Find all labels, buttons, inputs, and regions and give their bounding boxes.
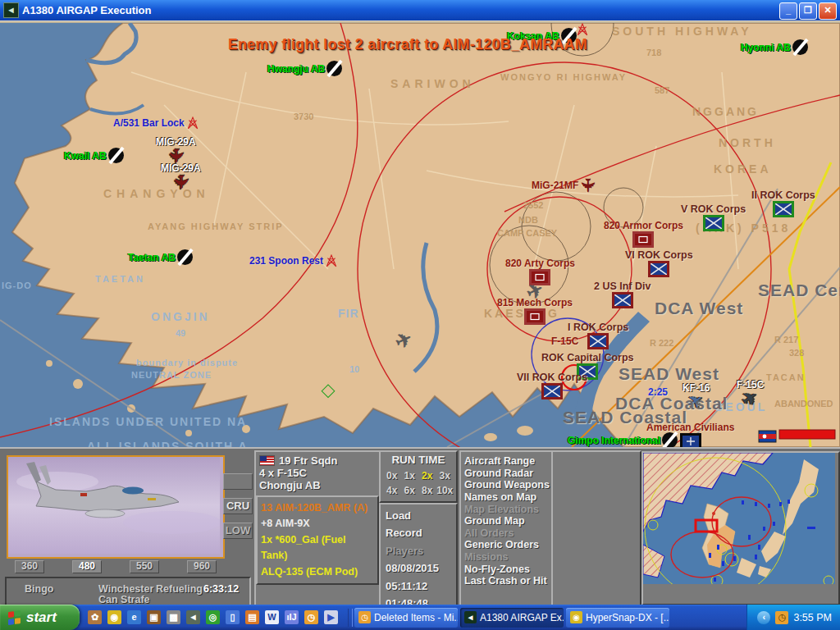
- task-button-0[interactable]: ◷Deleted Items - Mi...: [354, 608, 458, 628]
- option-aircraft-range[interactable]: Aircraft Range: [464, 455, 553, 468]
- altitude-button-low[interactable]: LOW: [223, 523, 253, 539]
- option-names-on-map[interactable]: Names on Map: [464, 491, 553, 504]
- chart-text: IG-DO: [2, 281, 32, 290]
- restore-button[interactable]: ❐: [799, 2, 817, 20]
- label-v-rok-corps[interactable]: V ROK Corps: [681, 203, 746, 231]
- label-mig21mf[interactable]: MiG-21MF✈: [532, 177, 596, 194]
- time-compression-4x[interactable]: 4x: [383, 483, 401, 498]
- map-view[interactable]: Enemy flight lost 2 aircraft to AIM-120B…: [0, 23, 840, 447]
- loadout-item[interactable]: 13 AIM-120B_AMR (A): [261, 500, 374, 516]
- loadout-item[interactable]: +8 AIM-9X: [261, 516, 374, 532]
- show-desktop-icon[interactable]: ▩: [167, 610, 180, 624]
- speed-button-480[interactable]: 480: [72, 560, 102, 573]
- paint-icon[interactable]: ✿: [88, 610, 102, 624]
- option-map-elevations[interactable]: Map Elevations: [464, 504, 553, 516]
- runtime-load-button[interactable]: Load: [386, 507, 451, 524]
- zone-sead-west-text: SEAD West: [619, 364, 719, 384]
- package-icon[interactable]: ▣: [147, 610, 161, 624]
- chart-text: NDB: [518, 215, 538, 225]
- time-compression-1x[interactable]: 1x: [401, 468, 419, 483]
- label-820-armor-corps[interactable]: 820 Armor Corps: [604, 220, 683, 248]
- speed-button-550[interactable]: 550: [130, 560, 159, 573]
- label-gimpo-international[interactable]: Gimpo International: [568, 432, 678, 447]
- close-button[interactable]: ✕: [819, 2, 837, 20]
- media-player-icon[interactable]: ▶: [324, 610, 338, 624]
- label-f15c-selected[interactable]: F-15C: [551, 336, 578, 347]
- time-compression-3x[interactable]: 3x: [436, 468, 454, 483]
- label-mig29-2[interactable]: MIG-29A✈: [161, 162, 201, 190]
- speed-button-360[interactable]: 360: [15, 560, 44, 573]
- chart-text: R 222: [650, 338, 673, 348]
- option-ground-weapons[interactable]: Ground Weapons: [464, 479, 553, 491]
- friendly-unit-icon: [773, 201, 794, 217]
- label-spoon-rest[interactable]: 231 Spoon Rest: [249, 254, 338, 267]
- chart-text: NORTH: [719, 136, 776, 149]
- option-ground-map[interactable]: Ground Map: [464, 515, 553, 527]
- label-820-arty-corps[interactable]: 820 Arty Corps: [505, 258, 575, 285]
- label-ii-rok-corps[interactable]: II ROK Corps: [751, 189, 815, 217]
- label-mig29-1[interactable]: MIG-29A✈: [156, 136, 196, 164]
- label-f15c-2[interactable]: F-15C✈: [737, 379, 764, 407]
- label-vi-rok-corps[interactable]: VI ROK Corps: [625, 249, 693, 277]
- time-compression-0x[interactable]: 0x: [383, 468, 401, 483]
- helicopter-2[interactable]: ✈: [527, 282, 543, 300]
- outlook-express-icon[interactable]: ▤: [245, 610, 259, 624]
- option-all-orders[interactable]: All Orders: [464, 527, 553, 540]
- task-button-1[interactable]: ◄A1380 AIRGAP Ex...: [460, 608, 564, 628]
- label-kwail-ab[interactable]: Kwail AB: [64, 148, 124, 163]
- altitude-button-cru[interactable]: CRU: [223, 498, 253, 514]
- time-compression-2x[interactable]: 2x: [418, 468, 436, 483]
- back-arrow-icon[interactable]: ◄: [186, 610, 200, 624]
- tray-clock-icon[interactable]: ◷: [775, 611, 788, 624]
- label-hyonni-ab-text: Hyonni AB: [741, 42, 791, 53]
- chart-text: 718: [646, 48, 661, 57]
- option-no-fly-zones[interactable]: No-Fly-Zones: [464, 564, 553, 576]
- runtime-players-button[interactable]: Players: [386, 542, 451, 559]
- option-generic-orders[interactable]: Generic Orders: [464, 539, 553, 551]
- loadout-item[interactable]: 1x *600_Gal (Fuel Tank): [261, 532, 374, 564]
- radar-site-top[interactable]: [576, 23, 589, 36]
- frontpage-icon[interactable]: ıIJ: [285, 610, 299, 624]
- label-hwangju-ab[interactable]: Hwangju AB: [267, 61, 342, 76]
- minimize-button[interactable]: _: [779, 2, 797, 20]
- task-button-2[interactable]: ◉HyperSnap-DX - [...: [566, 608, 669, 628]
- option-last-crash-or-hit[interactable]: Last Crash or Hit: [464, 575, 553, 587]
- loadout-item[interactable]: ALQ-135 (ECM Pod): [261, 564, 374, 580]
- helicopter-icon: ✈: [523, 280, 546, 303]
- enemy-unit-icon: [524, 308, 546, 325]
- loadout-list: 13 AIM-120B_AMR (A)+8 AIM-9X1x *600_Gal …: [256, 495, 379, 585]
- time-compression-8x[interactable]: 8x: [418, 483, 436, 498]
- chart-text: boundary in dispute: [136, 358, 238, 368]
- title-bar[interactable]: ◄ A1380 AIRGAP Execution _ ❐ ✕: [0, 0, 840, 21]
- hypersnap-icon[interactable]: ◉: [107, 610, 121, 624]
- internet-explorer-icon[interactable]: e: [127, 610, 141, 624]
- chart-text: ISLANDS UNDER UNITED NA: [49, 415, 247, 428]
- minimap[interactable]: [641, 451, 840, 605]
- label-rok-capital-corps-text: ROK Capital Corps: [541, 352, 634, 363]
- blank-button[interactable]: [223, 473, 253, 490]
- option-ground-radar[interactable]: Ground Radar: [464, 468, 553, 480]
- chart-text: 328: [789, 348, 804, 358]
- media-icon[interactable]: ◎: [206, 610, 220, 624]
- label-2-us-inf-div[interactable]: 2 US Inf Div: [594, 281, 651, 308]
- speed-button-960[interactable]: 960: [187, 560, 217, 573]
- drive-icon[interactable]: ▯: [226, 610, 240, 624]
- clock-icon[interactable]: ◷: [304, 610, 318, 624]
- windows-logo-icon: [8, 609, 21, 624]
- start-button[interactable]: start: [0, 605, 80, 630]
- label-taetan-ab[interactable]: Taetan AB: [128, 249, 193, 265]
- label-a531-bar-lock[interactable]: A/531 Bar Lock: [113, 116, 199, 130]
- label-hyonni-ab[interactable]: Hyonni AB: [741, 39, 808, 55]
- label-spoon-rest-text: 231 Spoon Rest: [249, 255, 323, 267]
- helicopter-1[interactable]: ✈: [395, 331, 412, 349]
- time-compression-10x[interactable]: 10x: [436, 483, 454, 498]
- label-a531-bar-lock-text: A/531 Bar Lock: [113, 117, 185, 129]
- option-missions[interactable]: Missions: [464, 551, 553, 564]
- tray-chevron-icon[interactable]: ‹: [757, 611, 770, 624]
- word-icon[interactable]: W: [265, 610, 279, 624]
- runtime-record-button[interactable]: Record: [386, 524, 451, 541]
- label-mig29-2-text: MIG-29A: [161, 162, 201, 174]
- airbase-icon: [177, 249, 193, 265]
- time-compression-6x[interactable]: 6x: [401, 483, 419, 498]
- label-vii-rok-corps[interactable]: VII ROK Corps: [517, 372, 587, 399]
